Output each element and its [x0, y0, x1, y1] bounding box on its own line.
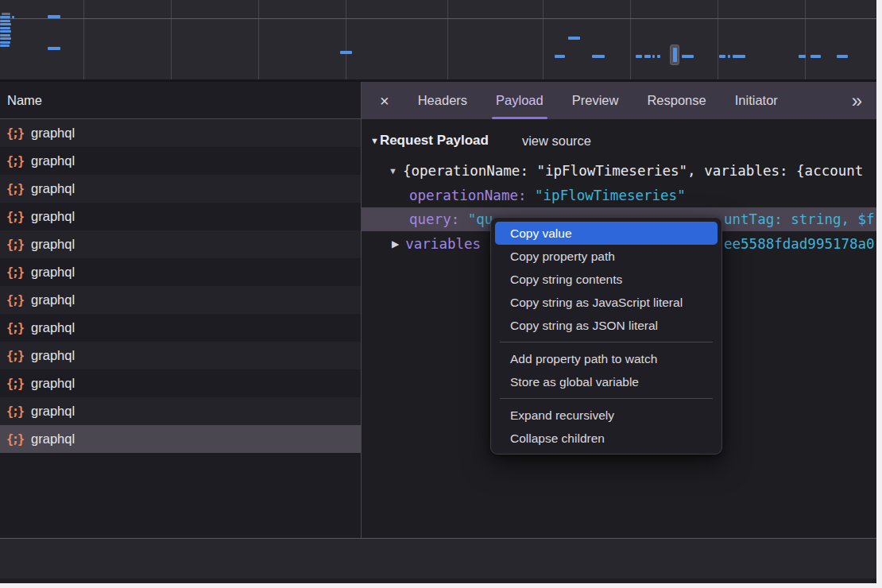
network-request-row[interactable]: {;}graphql — [0, 203, 361, 230]
request-timeline-bar — [592, 55, 605, 58]
network-request-row[interactable]: {;}graphql — [0, 175, 361, 203]
request-timeline-bar — [568, 37, 580, 40]
network-request-row[interactable]: {;}graphql — [0, 258, 361, 286]
network-request-row[interactable]: {;}graphql — [0, 314, 361, 342]
details-tab-bar: × HeadersPayloadPreviewResponseInitiator… — [362, 82, 876, 119]
request-name-label: graphql — [31, 181, 75, 196]
request-name-label: graphql — [31, 209, 75, 224]
collapsed-icon[interactable]: ▶ — [392, 238, 399, 250]
json-braces-icon: {;} — [6, 182, 23, 196]
timeline-gridline — [447, 0, 448, 79]
timeline-gridline — [805, 0, 806, 79]
request-name-label: graphql — [31, 320, 75, 335]
request-name-label: graphql — [31, 237, 75, 252]
request-timeline-bar — [799, 55, 806, 58]
section-expand-icon[interactable]: ▼ — [370, 136, 379, 145]
request-timeline-bar — [555, 55, 565, 58]
json-braces-icon: {;} — [6, 321, 23, 335]
request-timeline-bar — [0, 16, 10, 18]
request-timeline-bar — [0, 27, 10, 29]
request-payload-section-header: ▼ Request Payload view source — [362, 128, 591, 153]
request-timeline-bar — [48, 47, 60, 50]
request-timeline-bar — [657, 55, 660, 58]
timeline-gridline — [346, 0, 346, 79]
menu-divider — [500, 342, 713, 342]
menu-item-add-property-path-to-watch[interactable]: Add property path to watch — [495, 347, 718, 370]
network-summary-bar — [0, 538, 876, 578]
view-source-link[interactable]: view source — [522, 133, 591, 149]
timeline-gridline — [258, 0, 259, 79]
json-braces-icon: {;} — [6, 404, 23, 419]
payload-root-row[interactable]: ▼ {operationName: "ipFlowTimeseries", va… — [362, 159, 876, 183]
network-request-row[interactable]: {;}graphql — [0, 425, 361, 453]
network-request-row[interactable]: {;}graphql — [0, 369, 361, 397]
network-overview[interactable] — [0, 0, 876, 82]
requests-list: {;}graphql{;}graphql{;}graphql{;}graphql… — [0, 119, 361, 453]
property-key: operationName: — [409, 188, 535, 203]
property-value: "ipFlowTimeseries" — [535, 188, 686, 203]
request-timeline-bar — [2, 13, 10, 15]
tab-headers[interactable]: Headers — [418, 82, 467, 119]
request-timeline-bar — [0, 44, 10, 47]
expand-icon[interactable]: ▼ — [389, 166, 397, 176]
network-request-row[interactable]: {;}graphql — [0, 342, 361, 369]
request-timeline-bar — [0, 34, 10, 37]
network-request-row[interactable]: {;}graphql — [0, 397, 361, 425]
tab-payload[interactable]: Payload — [496, 82, 544, 119]
request-name-label: graphql — [31, 404, 75, 419]
name-column-header[interactable]: Name — [0, 82, 361, 119]
close-icon[interactable]: × — [380, 93, 389, 109]
tab-response[interactable]: Response — [647, 82, 706, 119]
request-timeline-bar — [719, 55, 725, 58]
timeline-gridline — [718, 0, 718, 79]
screenshot-page: Name {;}graphql{;}graphql{;}graphql{;}gr… — [0, 0, 882, 588]
context-menu: Copy valueCopy property pathCopy string … — [490, 217, 722, 455]
payload-preview-text: {operationName: "ipFlowTimeseries", vari… — [403, 163, 863, 179]
request-timeline-bar — [0, 30, 11, 33]
menu-item-collapse-children[interactable]: Collapse children — [495, 427, 718, 450]
request-name-label: graphql — [31, 126, 75, 141]
timeline-axis-line — [0, 18, 876, 19]
more-tabs-icon[interactable]: » — [852, 91, 862, 110]
network-request-row[interactable]: {;}graphql — [0, 286, 361, 314]
property-key: variables — [405, 236, 481, 252]
timeline-gridline — [171, 0, 172, 79]
requests-panel: Name {;}graphql{;}graphql{;}graphql{;}gr… — [0, 82, 361, 542]
network-request-row[interactable]: {;}graphql — [0, 147, 361, 175]
menu-divider — [500, 398, 713, 399]
menu-item-copy-string-as-json-literal[interactable]: Copy string as JSON literal — [495, 314, 718, 337]
network-request-row[interactable]: {;}graphql — [0, 119, 361, 147]
request-timeline-bar — [0, 23, 11, 25]
timeline-gridline — [630, 0, 631, 79]
json-braces-icon: {;} — [6, 432, 23, 447]
request-timeline-bar — [728, 55, 730, 58]
network-request-row[interactable]: {;}graphql — [0, 230, 361, 258]
payload-operationname-row[interactable]: operationName: "ipFlowTimeseries" — [362, 184, 876, 207]
property-value-clipped-right: untTag: string, $f — [724, 207, 875, 231]
menu-item-copy-string-contents[interactable]: Copy string contents — [495, 268, 718, 291]
json-braces-icon: {;} — [6, 210, 23, 224]
devtools-window: Name {;}graphql{;}graphql{;}graphql{;}gr… — [0, 0, 876, 583]
request-name-label: graphql — [31, 265, 75, 280]
tab-preview[interactable]: Preview — [572, 82, 619, 119]
request-name-label: graphql — [31, 292, 75, 308]
menu-item-expand-recursively[interactable]: Expand recursively — [495, 404, 718, 427]
request-timeline-bar — [733, 55, 745, 58]
request-timeline-bar — [48, 15, 60, 18]
section-title: Request Payload — [380, 133, 489, 149]
menu-item-copy-value[interactable]: Copy value — [495, 222, 718, 245]
timeline-gridline — [543, 0, 544, 79]
request-timeline-bar — [12, 16, 14, 18]
property-key: query: — [409, 211, 468, 227]
menu-item-store-as-global-variable[interactable]: Store as global variable — [495, 370, 718, 393]
json-braces-icon: {;} — [6, 126, 23, 141]
menu-item-copy-string-as-javascript-literal[interactable]: Copy string as JavaScript literal — [495, 291, 718, 314]
menu-item-copy-property-path[interactable]: Copy property path — [495, 245, 718, 268]
request-timeline-bar — [682, 55, 694, 58]
tab-initiator[interactable]: Initiator — [735, 82, 778, 119]
request-name-label: graphql — [31, 348, 75, 363]
json-braces-icon: {;} — [6, 377, 23, 391]
property-value-clipped-right: ee5588fdad995178a0 — [724, 232, 875, 256]
json-braces-icon: {;} — [6, 154, 23, 168]
request-timeline-bar — [644, 55, 651, 58]
